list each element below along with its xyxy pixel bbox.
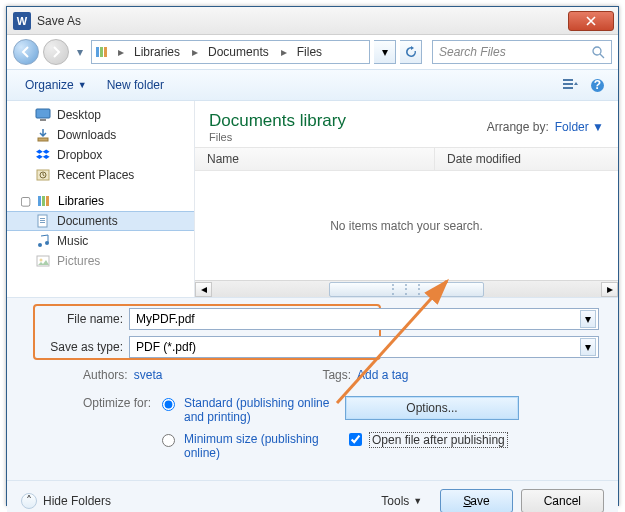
cancel-button[interactable]: Cancel xyxy=(521,489,604,513)
libraries-icon xyxy=(92,44,112,60)
chevron-up-icon: ˄ xyxy=(21,493,37,509)
authors-value[interactable]: sveta xyxy=(134,368,163,382)
filename-dropdown-button[interactable]: ▾ xyxy=(580,310,596,328)
svg-point-22 xyxy=(45,241,49,245)
organize-button[interactable]: Organize ▼ xyxy=(17,74,95,96)
help-button[interactable]: ? xyxy=(586,74,608,96)
svg-rect-9 xyxy=(36,109,50,118)
main-header: Documents library Files Arrange by: Fold… xyxy=(195,101,618,147)
svg-rect-1 xyxy=(100,47,103,57)
savetype-select[interactable]: PDF (*.pdf) ▾ xyxy=(129,336,599,358)
music-icon xyxy=(35,233,51,249)
sidebar: Desktop Downloads Dropbox Recent Places … xyxy=(7,101,195,297)
library-title: Documents library xyxy=(209,111,346,131)
library-subtitle: Files xyxy=(209,131,346,143)
filename-input[interactable]: MyPDF.pdf ▾ xyxy=(129,308,599,330)
svg-rect-10 xyxy=(40,119,46,121)
close-icon xyxy=(586,16,596,26)
svg-rect-11 xyxy=(38,138,48,141)
lower-pane: File name: MyPDF.pdf ▾ Save as type: PDF… xyxy=(7,297,618,480)
arrow-right-icon xyxy=(50,46,62,58)
pictures-icon xyxy=(35,253,51,269)
svg-rect-2 xyxy=(104,47,107,57)
scroll-thumb[interactable]: ⋮⋮⋮ xyxy=(329,282,485,297)
recent-icon xyxy=(35,167,51,183)
hide-folders-button[interactable]: ˄ Hide Folders xyxy=(21,493,111,509)
svg-text:?: ? xyxy=(593,78,600,92)
arrow-left-icon xyxy=(20,46,32,58)
svg-point-24 xyxy=(40,259,43,262)
savetype-dropdown-button[interactable]: ▾ xyxy=(580,338,596,356)
authors-label: Authors: xyxy=(83,368,128,382)
forward-button[interactable] xyxy=(43,39,69,65)
body: Desktop Downloads Dropbox Recent Places … xyxy=(7,101,618,297)
arrange-by-value[interactable]: Folder ▼ xyxy=(555,120,604,134)
options-row: Optimize for: Standard (publishing onlin… xyxy=(23,396,602,468)
refresh-icon xyxy=(405,46,417,58)
sidebar-item-documents[interactable]: Documents xyxy=(7,211,194,231)
h-scrollbar[interactable]: ◂ ⋮⋮⋮ ▸ xyxy=(195,280,618,297)
meta-row: Authors: sveta Tags: Add a tag xyxy=(23,368,602,382)
opt-minimum-radio[interactable]: Minimum size (publishing online) xyxy=(157,432,345,460)
tags-label: Tags: xyxy=(322,368,351,382)
scroll-right-button[interactable]: ▸ xyxy=(601,282,618,297)
svg-point-21 xyxy=(38,243,42,247)
tools-button[interactable]: Tools ▼ xyxy=(381,494,422,508)
svg-rect-0 xyxy=(96,47,99,57)
svg-rect-6 xyxy=(563,87,573,89)
documents-icon xyxy=(35,213,51,229)
col-date[interactable]: Date modified xyxy=(435,148,618,170)
savetype-row: Save as type: PDF (*.pdf) ▾ xyxy=(23,336,602,358)
optimize-label: Optimize for: xyxy=(65,396,151,468)
sidebar-item-pictures[interactable]: Pictures xyxy=(7,251,194,271)
address-bar[interactable]: ▸Libraries ▸Documents ▸Files xyxy=(91,40,370,64)
svg-rect-20 xyxy=(40,222,45,223)
sidebar-item-recent[interactable]: Recent Places xyxy=(7,165,194,185)
svg-point-3 xyxy=(593,47,601,55)
open-after-checkbox[interactable]: Open file after publishing xyxy=(345,430,602,449)
main-pane: Documents library Files Arrange by: Fold… xyxy=(195,101,618,297)
search-icon xyxy=(592,46,605,59)
sidebar-item-desktop[interactable]: Desktop xyxy=(7,105,194,125)
back-button[interactable] xyxy=(13,39,39,65)
address-dropdown-button[interactable]: ▾ xyxy=(374,40,396,64)
opt-standard-radio[interactable]: Standard (publishing online and printing… xyxy=(157,396,345,424)
list-body: No items match your search. xyxy=(195,171,618,280)
save-as-dialog: W Save As ▾ ▸Libraries ▸Documents ▸Files… xyxy=(6,6,619,506)
footer: ˄ Hide Folders Tools ▼ Save Cancel xyxy=(7,480,618,512)
breadcrumb-seg-0[interactable]: ▸Libraries xyxy=(112,41,186,63)
scroll-left-button[interactable]: ◂ xyxy=(195,282,212,297)
nav-row: ▾ ▸Libraries ▸Documents ▸Files ▾ Search … xyxy=(7,35,618,69)
breadcrumb-seg-2[interactable]: ▸Files xyxy=(275,41,328,63)
svg-rect-19 xyxy=(40,220,45,221)
breadcrumb-seg-1[interactable]: ▸Documents xyxy=(186,41,275,63)
svg-rect-4 xyxy=(563,79,573,81)
sidebar-libraries-header[interactable]: ▢ Libraries xyxy=(7,191,194,211)
search-placeholder: Search Files xyxy=(439,45,506,59)
sidebar-item-music[interactable]: Music xyxy=(7,231,194,251)
save-button[interactable]: Save xyxy=(440,489,512,513)
new-folder-button[interactable]: New folder xyxy=(99,74,172,96)
view-button[interactable] xyxy=(560,74,582,96)
downloads-icon xyxy=(35,127,51,143)
svg-rect-5 xyxy=(563,83,573,85)
close-button[interactable] xyxy=(568,11,614,31)
svg-rect-16 xyxy=(46,196,49,206)
sidebar-item-dropbox[interactable]: Dropbox xyxy=(7,145,194,165)
titlebar: W Save As xyxy=(7,7,618,35)
scroll-track[interactable]: ⋮⋮⋮ xyxy=(212,282,601,297)
dropbox-icon xyxy=(35,147,51,163)
help-icon: ? xyxy=(590,78,605,93)
refresh-button[interactable] xyxy=(400,40,422,64)
arrange-by: Arrange by: Folder ▼ xyxy=(487,111,604,143)
expand-icon: ▢ xyxy=(21,197,30,206)
recent-locations-button[interactable]: ▾ xyxy=(73,43,87,61)
search-input[interactable]: Search Files xyxy=(432,40,612,64)
col-name[interactable]: Name xyxy=(195,148,435,170)
options-button[interactable]: Options... xyxy=(345,396,519,420)
tags-value[interactable]: Add a tag xyxy=(357,368,408,382)
sidebar-item-downloads[interactable]: Downloads xyxy=(7,125,194,145)
svg-rect-14 xyxy=(38,196,41,206)
word-icon: W xyxy=(13,12,31,30)
libraries-icon xyxy=(36,193,52,209)
